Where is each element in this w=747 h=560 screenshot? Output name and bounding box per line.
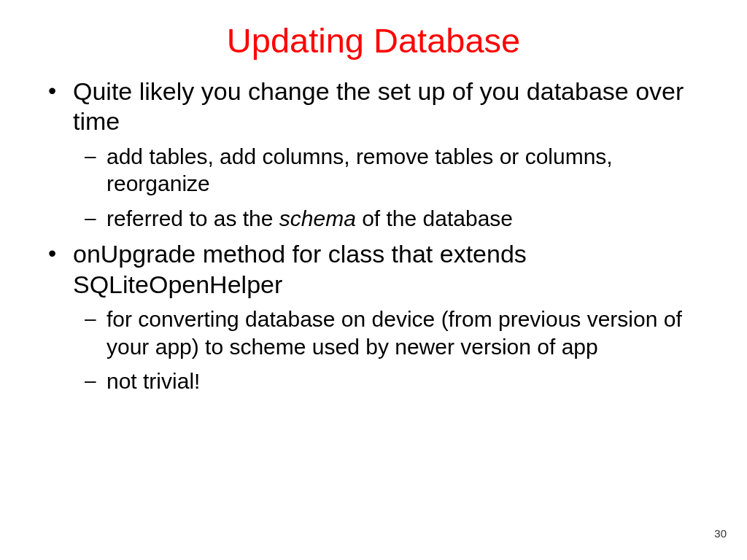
sub-bullet-item: add tables, add columns, remove tables o… bbox=[107, 143, 703, 198]
bullet-item: Quite likely you change the set up of yo… bbox=[73, 77, 703, 232]
bullet-text: Quite likely you change the set up of yo… bbox=[73, 77, 684, 135]
sub-bullet-text-italic: schema bbox=[279, 206, 356, 230]
sub-bullet-text: not trivial! bbox=[107, 369, 200, 393]
sub-bullet-item: for converting database on device (from … bbox=[107, 306, 703, 360]
sub-bullet-text: for converting database on device (from … bbox=[107, 307, 682, 359]
slide-title: Updating Database bbox=[44, 20, 703, 61]
sub-bullet-list: add tables, add columns, remove tables o… bbox=[73, 143, 703, 233]
sub-bullet-text-pre: referred to as the bbox=[107, 206, 279, 230]
sub-bullet-list: for converting database on device (from … bbox=[73, 306, 703, 395]
bullet-list: Quite likely you change the set up of yo… bbox=[44, 77, 703, 395]
bullet-item: onUpgrade method for class that extends … bbox=[73, 239, 703, 394]
sub-bullet-item: not trivial! bbox=[107, 368, 703, 395]
slide: Updating Database Quite likely you chang… bbox=[0, 0, 747, 560]
sub-bullet-item: referred to as the schema of the databas… bbox=[107, 205, 703, 233]
bullet-text: onUpgrade method for class that extends … bbox=[73, 240, 527, 298]
page-number: 30 bbox=[714, 527, 727, 540]
sub-bullet-text-post: of the database bbox=[356, 206, 513, 230]
sub-bullet-text: add tables, add columns, remove tables o… bbox=[107, 144, 613, 196]
